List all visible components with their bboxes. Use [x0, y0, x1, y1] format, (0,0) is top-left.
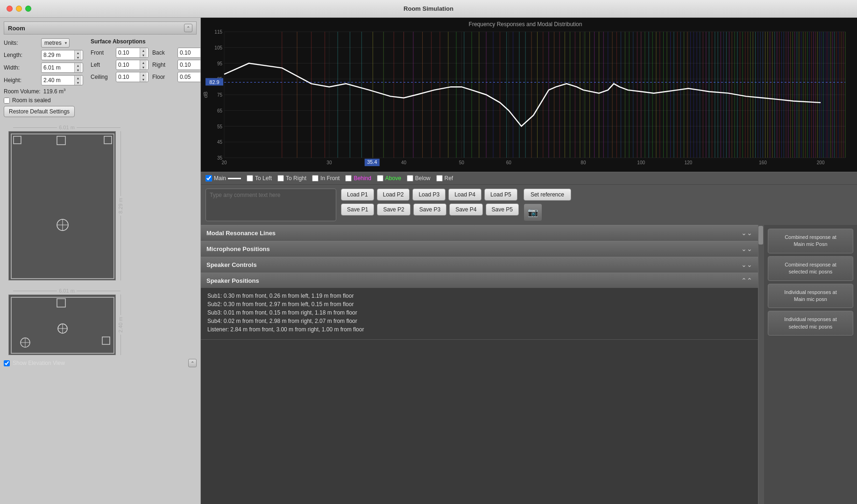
front-input-wrap: ▲ ▼ — [116, 48, 149, 58]
left-down[interactable]: ▼ — [140, 65, 147, 70]
speaker-positions-toggle: ⌃⌃ — [741, 277, 752, 284]
in-front-check-item[interactable]: In Front — [312, 175, 340, 182]
height-up[interactable]: ▲ — [75, 76, 81, 80]
left-up[interactable]: ▲ — [140, 60, 147, 65]
action-bar: Load P1 Load P2 Load P3 Load P4 Load P5 … — [201, 185, 857, 225]
camera-btn[interactable]: 📷 — [524, 203, 542, 221]
set-reference-btn[interactable]: Set reference — [524, 189, 571, 201]
microphone-header[interactable]: Microphone Positions ⌄⌄ — [201, 241, 758, 256]
room-title: Room — [8, 25, 25, 32]
length-up[interactable]: ▲ — [75, 50, 81, 55]
ceiling-down[interactable]: ▼ — [140, 77, 147, 82]
above-check-item[interactable]: Above — [377, 175, 401, 182]
speaker-positions-header[interactable]: Speaker Positions ⌃⌃ — [201, 273, 758, 288]
ceiling-up[interactable]: ▲ — [140, 72, 147, 77]
svg-rect-1 — [14, 136, 21, 144]
scrollbar-thumb[interactable] — [758, 226, 763, 245]
combined-response-selected-btn[interactable]: Combined response atselected mic posns — [768, 256, 853, 281]
ceiling-input[interactable] — [116, 73, 140, 81]
right-label: Right — [152, 62, 176, 68]
length-down[interactable]: ▼ — [75, 55, 81, 60]
right-content: Frequency Responses and Modal Distributi… — [201, 18, 857, 504]
ref-check-item[interactable]: Ref — [436, 175, 453, 182]
above-checkbox[interactable] — [377, 175, 383, 182]
microphone-section: Microphone Positions ⌄⌄ — [201, 241, 758, 257]
in-front-checkbox[interactable] — [312, 175, 319, 182]
to-right-checkbox[interactable] — [277, 175, 284, 182]
sealed-checkbox[interactable] — [4, 98, 10, 104]
behind-checkbox[interactable] — [345, 175, 352, 182]
to-left-check-item[interactable]: To Left — [247, 175, 272, 182]
ref-checkbox[interactable] — [436, 175, 443, 182]
svg-rect-8 — [57, 299, 65, 307]
elev-width-dimension: 6.01 m — [13, 288, 120, 294]
individual-responses-selected-btn[interactable]: Individual responses atselected mic posn… — [768, 311, 853, 336]
left-input-wrap: ▲ ▼ — [116, 60, 149, 70]
comment-textarea[interactable] — [205, 189, 336, 221]
combined-response-main-label: Combined response atMain mic Posn — [785, 234, 836, 247]
main-checkbox[interactable] — [205, 175, 212, 182]
elev-height-dimension: 2.40 m — [118, 294, 123, 355]
units-select-wrap[interactable]: metres feet — [41, 38, 70, 48]
height-spinners: ▲ ▼ — [74, 76, 81, 85]
floor-plan-area: 6.01 m — [0, 121, 200, 371]
length-spinners: ▲ ▼ — [74, 50, 81, 60]
below-check-item[interactable]: Below — [407, 175, 431, 182]
below-checkbox[interactable] — [407, 175, 413, 182]
main-check-item[interactable]: Main — [205, 175, 241, 182]
combined-response-selected-label: Combined response atselected mic posns — [785, 262, 836, 274]
height-down[interactable]: ▼ — [75, 80, 81, 85]
frequency-chart-canvas[interactable] — [201, 18, 850, 172]
combined-response-main-btn[interactable]: Combined response atMain mic Posn — [768, 229, 853, 253]
maximize-button[interactable] — [25, 6, 31, 12]
room-collapse-btn[interactable]: ⌃ — [184, 24, 192, 32]
load-p3-btn[interactable]: Load P3 — [412, 189, 446, 201]
left-input[interactable] — [116, 61, 140, 69]
minimize-button[interactable] — [16, 6, 22, 12]
load-p5-btn[interactable]: Load P5 — [484, 189, 517, 201]
accordion-scrollbar[interactable] — [758, 225, 764, 504]
below-label: Below — [415, 175, 431, 182]
front-spinners: ▲ ▼ — [140, 48, 147, 57]
room-fields: Units: metres feet Length: — [4, 38, 197, 117]
microphone-title: Microphone Positions — [206, 245, 270, 252]
save-p2-btn[interactable]: Save P2 — [377, 203, 410, 216]
save-p3-btn[interactable]: Save P3 — [413, 203, 446, 216]
front-up[interactable]: ▲ — [140, 48, 147, 53]
top-view-row: 8.29 m — [8, 131, 197, 280]
back-input[interactable] — [178, 49, 201, 57]
modal-resonance-header[interactable]: Modal Resonance Lines ⌄⌄ — [201, 225, 758, 240]
width-up[interactable]: ▲ — [75, 63, 81, 68]
front-input[interactable] — [116, 49, 140, 57]
restore-btn[interactable]: Restore Default Settings — [4, 106, 75, 117]
individual-responses-main-btn[interactable]: Individual responses atMain mic posn — [768, 284, 853, 308]
save-p5-btn[interactable]: Save P5 — [486, 203, 519, 216]
front-down[interactable]: ▼ — [140, 53, 147, 57]
units-select[interactable]: metres feet — [41, 38, 70, 48]
close-button[interactable] — [7, 6, 13, 12]
save-p4-btn[interactable]: Save P4 — [449, 203, 482, 216]
ceiling-spinners: ▲ ▼ — [140, 72, 147, 82]
right-sidebar: Combined response atMain mic Posn Combin… — [764, 225, 857, 504]
length-input[interactable] — [42, 51, 74, 59]
right-input[interactable] — [178, 61, 201, 69]
load-p2-btn[interactable]: Load P2 — [377, 189, 410, 201]
load-save-group: Load P1 Load P2 Load P3 Load P4 Load P5 … — [341, 189, 519, 221]
behind-check-item[interactable]: Behind — [345, 175, 371, 182]
elev-collapse-btn[interactable]: ⌃ — [188, 359, 197, 367]
speaker-controls-header[interactable]: Speaker Controls ⌄⌄ — [201, 257, 758, 272]
height-input[interactable] — [42, 76, 74, 84]
save-p1-btn[interactable]: Save P1 — [341, 203, 374, 216]
load-p4-btn[interactable]: Load P4 — [448, 189, 482, 201]
width-input[interactable] — [42, 63, 74, 72]
to-left-label: To Left — [255, 175, 272, 182]
load-p1-btn[interactable]: Load P1 — [341, 189, 374, 201]
to-right-check-item[interactable]: To Right — [277, 175, 306, 182]
show-elevation-checkbox[interactable] — [4, 360, 10, 366]
floor-input[interactable] — [178, 73, 201, 81]
to-left-checkbox[interactable] — [247, 175, 253, 182]
speaker-pos-sub1: Sub1: 0.30 m from front, 0.26 m from lef… — [207, 293, 751, 299]
speaker-pos-listener: Listener: 2.84 m from front, 3.00 m from… — [207, 326, 751, 333]
accordion-area: Modal Resonance Lines ⌄⌄ Microphone Posi… — [201, 225, 758, 504]
width-down[interactable]: ▼ — [75, 68, 81, 72]
